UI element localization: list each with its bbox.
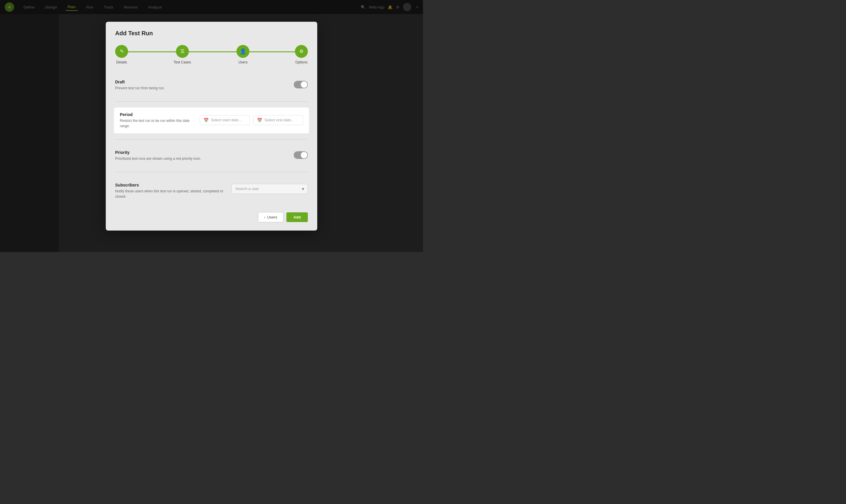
subscribers-left: Subscribers Notify these users when this… — [115, 183, 232, 199]
add-test-run-modal: Add Test Run ✎ Details ☰ Test Cases 👤 Us… — [106, 22, 317, 231]
period-left: Period Restrict the test run to be run w… — [120, 112, 200, 129]
step-users: 👤 Users — [236, 45, 249, 64]
step-options: ⚙ Options — [295, 45, 308, 64]
end-date-input[interactable]: 📅 Select end date... — [253, 115, 303, 125]
stepper-line — [122, 51, 301, 52]
subscribers-description: Notify these users when this test run is… — [115, 188, 227, 199]
modal-overlay: Add Test Run ✎ Details ☰ Test Cases 👤 Us… — [0, 0, 423, 252]
draft-toggle[interactable] — [294, 81, 308, 88]
modal-title: Add Test Run — [115, 30, 308, 37]
calendar-end-icon: 📅 — [257, 118, 262, 123]
calendar-start-icon: 📅 — [203, 118, 209, 123]
step-users-circle: 👤 — [236, 45, 249, 58]
start-date-placeholder: Select start date... — [211, 118, 242, 122]
step-testcases-label: Test Cases — [174, 60, 191, 64]
back-button[interactable]: ‹ Users — [258, 212, 283, 222]
subscribers-title: Subscribers — [115, 183, 232, 187]
add-button[interactable]: Add — [286, 212, 308, 222]
add-label: Add — [293, 215, 301, 219]
period-section: Period Restrict the test run to be run w… — [114, 108, 309, 133]
subscribers-section: Subscribers Notify these users when this… — [115, 178, 308, 204]
stepper: ✎ Details ☰ Test Cases 👤 Users ⚙ Options — [115, 45, 308, 64]
priority-left: Priority Prioritized test runs are shown… — [115, 150, 294, 161]
search-user-dropdown[interactable]: Search a user ▾ — [232, 184, 308, 194]
step-testcases-circle: ☰ — [176, 45, 189, 58]
draft-title: Draft — [115, 79, 294, 84]
divider-1 — [115, 101, 308, 102]
modal-footer: ‹ Users Add — [115, 212, 308, 222]
period-description: Restrict the test run to be run within t… — [120, 118, 200, 129]
draft-description: Prevent test run from being run. — [115, 86, 227, 91]
draft-left: Draft Prevent test run from being run. — [115, 79, 294, 91]
subscribers-right: Search a user ▾ — [232, 183, 308, 194]
step-details-circle: ✎ — [115, 45, 128, 58]
divider-3 — [115, 172, 308, 172]
search-user-placeholder: Search a user — [235, 186, 259, 191]
draft-right — [294, 79, 308, 88]
step-details: ✎ Details — [115, 45, 128, 64]
end-date-placeholder: Select end date... — [264, 118, 294, 122]
priority-description: Prioritized test runs are shown using a … — [115, 156, 227, 161]
priority-section: Priority Prioritized test runs are shown… — [115, 145, 308, 166]
period-inputs: 📅 Select start date... 📅 Select end date… — [200, 112, 303, 125]
chevron-down-icon: ▾ — [302, 186, 304, 191]
step-testcases: ☰ Test Cases — [174, 45, 191, 64]
back-label: Users — [267, 215, 277, 219]
priority-title: Priority — [115, 150, 294, 155]
priority-toggle[interactable] — [294, 151, 308, 159]
back-arrow-icon: ‹ — [264, 215, 265, 219]
priority-right — [294, 150, 308, 159]
period-title: Period — [120, 112, 200, 117]
draft-section: Draft Prevent test run from being run. — [115, 75, 308, 95]
divider-2 — [115, 139, 308, 140]
start-date-input[interactable]: 📅 Select start date... — [200, 115, 250, 125]
step-options-circle: ⚙ — [295, 45, 308, 58]
step-details-label: Details — [116, 60, 127, 64]
step-users-label: Users — [238, 60, 247, 64]
step-options-label: Options — [295, 60, 307, 64]
